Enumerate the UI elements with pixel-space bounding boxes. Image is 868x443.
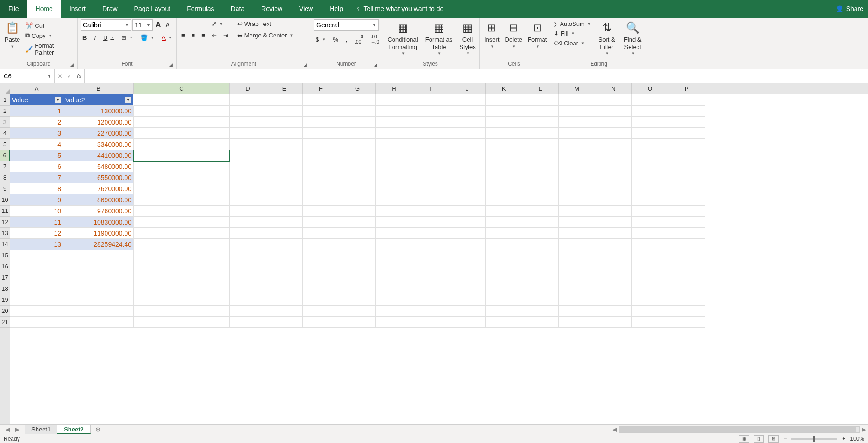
cell[interactable] bbox=[632, 228, 668, 239]
table-cell[interactable]: 3 bbox=[10, 128, 63, 139]
table-cell[interactable]: 9 bbox=[10, 194, 63, 206]
tab-file[interactable]: File bbox=[0, 0, 27, 18]
cell[interactable] bbox=[134, 250, 230, 261]
cell[interactable] bbox=[668, 317, 705, 328]
cell[interactable] bbox=[486, 272, 522, 283]
cell[interactable] bbox=[230, 217, 266, 228]
cell[interactable] bbox=[668, 94, 705, 106]
enter-formula-icon[interactable]: ✓ bbox=[67, 73, 72, 80]
cell[interactable] bbox=[266, 317, 303, 328]
cell[interactable] bbox=[559, 283, 595, 294]
cell[interactable] bbox=[230, 317, 266, 328]
cell[interactable] bbox=[486, 183, 522, 194]
cell[interactable] bbox=[449, 150, 486, 161]
cell[interactable] bbox=[486, 206, 522, 217]
cell[interactable] bbox=[559, 172, 595, 183]
cell[interactable] bbox=[303, 261, 339, 272]
cell[interactable] bbox=[266, 306, 303, 317]
cell[interactable] bbox=[412, 239, 449, 250]
tab-home[interactable]: Home bbox=[27, 0, 61, 18]
select-all-corner[interactable] bbox=[0, 83, 10, 94]
cell[interactable] bbox=[376, 217, 412, 228]
cell[interactable] bbox=[522, 228, 559, 239]
formula-input[interactable] bbox=[85, 69, 868, 83]
row-header[interactable]: 10 bbox=[0, 194, 10, 206]
cell[interactable] bbox=[595, 172, 632, 183]
table-cell[interactable]: 3340000.00 bbox=[63, 139, 134, 150]
cell[interactable] bbox=[486, 94, 522, 106]
cell[interactable] bbox=[339, 317, 376, 328]
cell[interactable] bbox=[376, 161, 412, 172]
cell[interactable] bbox=[134, 183, 230, 194]
cell[interactable] bbox=[632, 294, 668, 306]
bold-button[interactable]: B bbox=[81, 33, 88, 42]
cell[interactable] bbox=[266, 161, 303, 172]
cell[interactable] bbox=[559, 139, 595, 150]
cell[interactable] bbox=[376, 183, 412, 194]
increase-indent-button[interactable]: ⇥ bbox=[221, 31, 230, 40]
dialog-launcher-icon[interactable]: ◢ bbox=[304, 62, 307, 67]
cell[interactable] bbox=[339, 172, 376, 183]
cell[interactable] bbox=[595, 139, 632, 150]
autosum-button[interactable]: ∑AutoSum▼ bbox=[552, 19, 593, 28]
cell[interactable] bbox=[449, 228, 486, 239]
table-cell[interactable]: 11900000.00 bbox=[63, 228, 134, 239]
cell[interactable] bbox=[376, 250, 412, 261]
wrap-text-button[interactable]: ↩Wrap Text bbox=[236, 19, 295, 28]
cell[interactable] bbox=[266, 183, 303, 194]
cell[interactable] bbox=[134, 228, 230, 239]
cell[interactable] bbox=[412, 94, 449, 106]
percent-button[interactable]: % bbox=[331, 35, 340, 44]
cell[interactable] bbox=[522, 150, 559, 161]
cell[interactable] bbox=[230, 261, 266, 272]
cell[interactable] bbox=[303, 306, 339, 317]
cell[interactable] bbox=[412, 128, 449, 139]
column-header[interactable]: K bbox=[486, 83, 522, 94]
cell[interactable] bbox=[10, 317, 63, 328]
slider-thumb[interactable] bbox=[813, 436, 815, 442]
cell[interactable] bbox=[595, 128, 632, 139]
cell[interactable] bbox=[303, 206, 339, 217]
fill-color-button[interactable]: 🪣▼ bbox=[138, 33, 156, 42]
cell[interactable] bbox=[376, 283, 412, 294]
column-header[interactable]: A bbox=[10, 83, 63, 94]
cell[interactable] bbox=[486, 139, 522, 150]
cell[interactable] bbox=[230, 294, 266, 306]
cell[interactable] bbox=[134, 294, 230, 306]
table-cell[interactable]: 6 bbox=[10, 161, 63, 172]
cell[interactable] bbox=[303, 150, 339, 161]
cell[interactable] bbox=[668, 206, 705, 217]
scrollbar-thumb[interactable] bbox=[619, 427, 856, 432]
column-header[interactable]: G bbox=[339, 83, 376, 94]
row-header[interactable]: 17 bbox=[0, 272, 10, 283]
cell[interactable] bbox=[376, 139, 412, 150]
cell[interactable] bbox=[230, 183, 266, 194]
cell[interactable] bbox=[412, 150, 449, 161]
cell[interactable] bbox=[339, 261, 376, 272]
cell[interactable] bbox=[134, 194, 230, 206]
cell[interactable] bbox=[486, 250, 522, 261]
table-cell[interactable]: 4 bbox=[10, 139, 63, 150]
table-cell[interactable]: 9760000.00 bbox=[63, 206, 134, 217]
sheet-nav-prev-icon[interactable]: ◀ bbox=[6, 426, 10, 433]
cell[interactable] bbox=[10, 272, 63, 283]
cell[interactable] bbox=[668, 228, 705, 239]
cell[interactable] bbox=[230, 128, 266, 139]
row-header[interactable]: 6 bbox=[0, 150, 10, 161]
cell[interactable] bbox=[339, 306, 376, 317]
cell[interactable] bbox=[522, 94, 559, 106]
cell[interactable] bbox=[449, 239, 486, 250]
cell[interactable] bbox=[266, 117, 303, 128]
cell[interactable] bbox=[230, 139, 266, 150]
cancel-formula-icon[interactable]: ✕ bbox=[57, 73, 62, 80]
cells-area[interactable]: Value▼Value2▼1130000.0021200000.00322700… bbox=[10, 94, 868, 424]
cell[interactable] bbox=[449, 294, 486, 306]
cell[interactable] bbox=[339, 94, 376, 106]
clear-button[interactable]: ⌫Clear▼ bbox=[552, 39, 593, 48]
cell[interactable] bbox=[134, 150, 230, 161]
align-top-button[interactable]: ≡ bbox=[180, 19, 187, 28]
cell[interactable] bbox=[376, 128, 412, 139]
cell[interactable] bbox=[376, 228, 412, 239]
row-header[interactable]: 14 bbox=[0, 239, 10, 250]
row-header[interactable]: 2 bbox=[0, 106, 10, 117]
